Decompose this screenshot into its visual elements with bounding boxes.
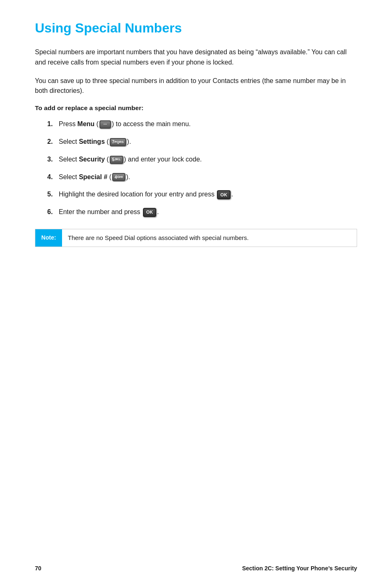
- step-6-number: 6.: [47, 207, 59, 217]
- step-5-number: 5.: [47, 189, 59, 199]
- step-5: 5. Highlight the desired location for yo…: [47, 189, 357, 200]
- step-2-content: Select Settings (7PQRS).: [59, 137, 357, 147]
- ok-key-button-5: OK: [217, 190, 231, 199]
- step-5-content: Highlight the desired location for your …: [59, 189, 357, 200]
- step-3-number: 3.: [47, 154, 59, 164]
- step-3: 3. Select Security (5JKL) and enter your…: [47, 154, 357, 165]
- step-2-bold: Settings: [79, 138, 105, 145]
- steps-list: 1. Press Menu (···) to access the main m…: [47, 119, 357, 217]
- step-4-content: Select Special # (4GHI).: [59, 172, 357, 182]
- step-2-number: 2.: [47, 137, 59, 147]
- ok-key-button-6: OK: [143, 208, 157, 217]
- page-title: Using Special Numbers: [35, 21, 357, 36]
- menu-key-button: ···: [99, 120, 111, 129]
- step-4: 4. Select Special # (4GHI).: [47, 172, 357, 182]
- step-6: 6. Enter the number and press OK.: [47, 207, 357, 217]
- footer-page-number: 70: [35, 565, 42, 572]
- step-6-content: Enter the number and press OK.: [59, 207, 357, 217]
- settings-key-button: 7PQRS: [110, 138, 126, 146]
- note-label: Note:: [35, 229, 62, 247]
- step-3-bold: Security: [79, 156, 105, 163]
- step-1-number: 1.: [47, 119, 59, 129]
- footer-section-title: Section 2C: Setting Your Phone’s Securit…: [242, 565, 357, 572]
- step-3-content: Select Security (5JKL) and enter your lo…: [59, 154, 357, 165]
- special-key-button: 4GHI: [112, 173, 125, 181]
- step-1-bold: Menu: [77, 120, 95, 127]
- intro-paragraph-1: Special numbers are important numbers th…: [35, 47, 357, 68]
- step-1-content: Press Menu (···) to access the main menu…: [59, 119, 357, 129]
- intro-paragraph-2: You can save up to three special numbers…: [35, 76, 357, 97]
- security-key-button: 5JKL: [110, 156, 123, 164]
- subheading: To add or replace a special number:: [35, 104, 357, 112]
- step-2: 2. Select Settings (7PQRS).: [47, 137, 357, 147]
- note-box: Note: There are no Speed Dial options as…: [35, 229, 357, 247]
- step-4-number: 4.: [47, 172, 59, 182]
- note-content: There are no Speed Dial options associat…: [62, 229, 357, 247]
- page-footer: 70 Section 2C: Setting Your Phone’s Secu…: [0, 565, 392, 572]
- step-4-bold: Special #: [79, 173, 107, 180]
- step-1: 1. Press Menu (···) to access the main m…: [47, 119, 357, 129]
